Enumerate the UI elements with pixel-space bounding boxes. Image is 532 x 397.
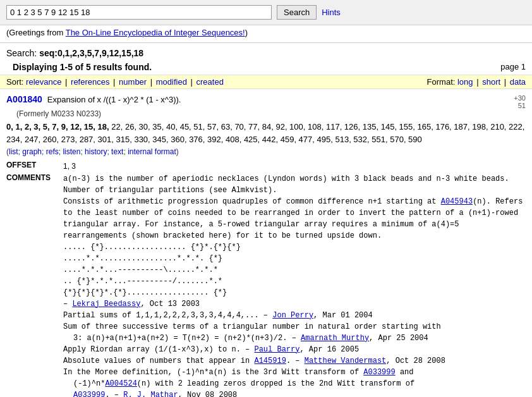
beedassy-link[interactable]: Lekraj Beedassy <box>72 300 140 308</box>
ascii-3: ....*.*.*...----------\......*.*.* <box>63 264 526 276</box>
link-list[interactable]: list <box>9 147 18 156</box>
link-text[interactable]: text <box>111 147 123 156</box>
result-header: A001840 Expansion of x /((1 - x)^2 * (1 … <box>6 94 526 109</box>
search-query: seq:0,1,2,3,5,7,9,12,15,18 <box>39 48 143 58</box>
comment-author-1: – Lekraj Beedassy, Oct 13 2003 <box>63 298 526 310</box>
sort-bar: Sort: relevance | references | number | … <box>0 75 532 89</box>
link-history[interactable]: history <box>85 147 107 156</box>
search-button[interactable]: Search <box>277 5 317 20</box>
score-plus: +30 <box>514 94 526 102</box>
comment-7: Absolute values of numbers that appear i… <box>63 355 526 367</box>
sequence-bold: 0, 1, 2, 3, 5, 7, 9, 12, 15, 18, <box>6 122 109 131</box>
result-score: +30 51 <box>514 94 526 109</box>
comments-value: a(n-3) is the number of aperiodic neckla… <box>63 173 526 398</box>
sort-section: Sort: relevance | references | number | … <box>6 77 224 87</box>
comment-8b: (-1)^n*A004524(n) with 2 leading zeros d… <box>73 378 526 389</box>
greeting-suffix: ) <box>245 28 248 37</box>
comment-1: a(n-3) is the number of aperiodic neckla… <box>63 173 526 185</box>
sort-references[interactable]: references <box>71 77 109 87</box>
comment-5b: 3: a(n)+a(n+1)+a(n+2) = T(n+2) = (n+2)*(… <box>73 333 526 344</box>
result-sequence: 0, 1, 2, 3, 5, 7, 9, 12, 15, 18, 22, 26,… <box>6 121 526 158</box>
mathar-link[interactable]: R. J. Mathar <box>123 391 178 398</box>
comment-8c: A033999. – R. J. Mathar, Nov 08 2008 <box>73 389 526 398</box>
search-input[interactable] <box>6 5 272 20</box>
comment-5: Sum of three successive terms of a trian… <box>63 321 526 333</box>
comments-label: COMMENTS <box>6 173 63 398</box>
comment-3: Consists of arithmetic progression quadr… <box>63 196 526 241</box>
result-formerly: (Formerly M0233 N0233) <box>16 109 101 118</box>
sort-created[interactable]: created <box>196 77 224 87</box>
sort-number[interactable]: number <box>119 77 147 87</box>
link-graph[interactable]: graph <box>22 147 42 156</box>
result-title: Expansion of x /((1 - x)^2 * (1 - x^3)). <box>47 95 181 104</box>
hints-link[interactable]: Hints <box>322 8 341 17</box>
result-links: (list; graph; refs; listen; history; tex… <box>6 147 179 156</box>
page-number: page 1 <box>500 61 526 73</box>
greeting-text: (Greetings from <box>6 28 66 37</box>
score-num: 51 <box>514 102 526 109</box>
results-count: Displaying 1-5 of 5 results found. <box>6 61 158 73</box>
result-id-link[interactable]: A001840 <box>6 94 42 104</box>
results-summary-bar: Displaying 1-5 of 5 results found. page … <box>0 59 532 75</box>
greeting-bar: (Greetings from The On-Line Encyclopedia… <box>0 25 532 40</box>
search-prefix: Search: <box>6 48 39 58</box>
search-info: Search: seq:0,1,2,3,5,7,9,12,15,18 <box>0 46 532 59</box>
format-long[interactable]: long <box>457 77 473 87</box>
a045943-link[interactable]: A045943 <box>441 197 473 206</box>
offset-row: OFFSET 1, 3 <box>6 161 526 172</box>
ascii-4: .. {*}*.*.*...----------/.......*.* <box>63 276 526 287</box>
ascii-5: {*}{*}{*}*.{*}.................. {*} <box>63 287 526 298</box>
sort-relevance[interactable]: relevance <box>26 77 61 87</box>
oeis-link[interactable]: The On-Line Encyclopedia of Integer Sequ… <box>66 28 245 37</box>
a033999-link-1[interactable]: A033999 <box>363 368 395 377</box>
link-refs[interactable]: refs <box>46 147 59 156</box>
link-listen[interactable]: listen <box>63 147 80 156</box>
ascii-2: .....*.*.................*.*.*. {*} <box>63 253 526 264</box>
format-section: Format: long | short | data <box>427 77 526 87</box>
result-block: A001840 Expansion of x /((1 - x)^2 * (1 … <box>0 89 532 397</box>
comment-8: In the Moree definition, (-1)^n*a(n) is … <box>63 367 526 378</box>
a145919-link[interactable]: A145919 <box>254 357 286 365</box>
offset-label: OFFSET <box>6 161 63 172</box>
format-data[interactable]: data <box>510 77 526 87</box>
a004524-link[interactable]: A004524 <box>105 379 136 388</box>
format-label: Format: <box>427 77 457 87</box>
sort-label: Sort: <box>6 77 26 87</box>
result-id-title: A001840 Expansion of x /((1 - x)^2 * (1 … <box>6 94 181 104</box>
comments-row: COMMENTS a(n-3) is the number of aperiod… <box>6 173 526 398</box>
result-formerly-row: (Formerly M0233 N0233) <box>6 109 526 118</box>
format-short[interactable]: short <box>482 77 500 87</box>
barry-link[interactable]: Paul Barry <box>254 345 299 354</box>
perry-link[interactable]: Jon Perry <box>272 311 313 320</box>
murthy-link[interactable]: Amarnath Murthy <box>301 334 369 343</box>
a033999-link-2[interactable]: A033999 <box>73 391 105 398</box>
offset-value: 1, 3 <box>63 161 526 172</box>
search-bar: Search Hints <box>0 0 532 25</box>
vandermast-link[interactable]: Matthew Vandermast <box>305 357 387 365</box>
link-internal-format[interactable]: internal format <box>128 147 176 156</box>
ascii-1: ..... {*}.................. {*}*.{*}{*} <box>63 241 526 253</box>
comment-2: Number of triangular partitions (see Alm… <box>63 185 526 196</box>
sort-modified[interactable]: modified <box>156 77 187 87</box>
comment-6: Apply Riordan array (1/(1-x^3),x) to n. … <box>63 344 526 355</box>
comment-4: Partial sums of 1,1,1,2,2,2,3,3,3,4,4,4,… <box>63 310 526 321</box>
